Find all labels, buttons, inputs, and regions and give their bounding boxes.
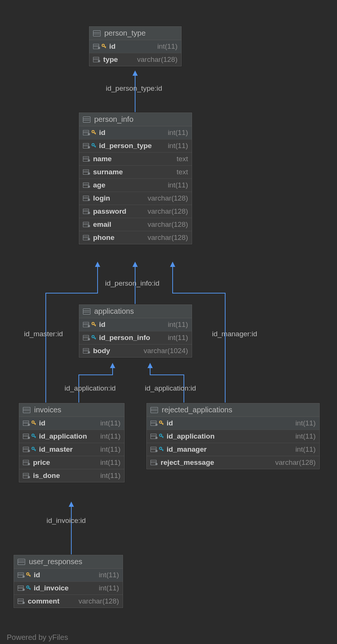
- table-header[interactable]: rejected_applications: [147, 403, 319, 417]
- column-icon: [83, 183, 90, 188]
- table-person_type[interactable]: person_typeidint(11)typevarchar(128): [89, 26, 182, 66]
- column-name: id: [99, 321, 105, 329]
- column-row[interactable]: ageint(11): [79, 178, 192, 192]
- column-row[interactable]: typevarchar(128): [89, 53, 181, 66]
- table-invoices[interactable]: invoicesidint(11)id_applicationint(11)id…: [19, 403, 125, 482]
- table-header[interactable]: user_responses: [14, 555, 123, 569]
- column-icon: [83, 209, 90, 214]
- table-rejected_applications[interactable]: rejected_applicationsidint(11)id_applica…: [146, 403, 320, 469]
- column-type: varchar(128): [147, 234, 188, 242]
- column-type: int(11): [168, 142, 188, 150]
- column-type: int(11): [168, 129, 188, 137]
- column-row[interactable]: is_doneint(11): [19, 469, 124, 482]
- column-icon: [83, 156, 90, 162]
- pk-key-icon: [92, 130, 96, 135]
- column-type: int(11): [295, 419, 316, 427]
- table-header[interactable]: person_type: [89, 27, 181, 40]
- column-row[interactable]: loginvarchar(128): [79, 192, 192, 205]
- column-icon: [93, 44, 100, 49]
- fk-key-icon: [92, 143, 96, 148]
- column-icon: [83, 348, 90, 353]
- column-type: varchar(128): [78, 597, 119, 605]
- column-icon: [23, 421, 30, 426]
- column-row[interactable]: bodyvarchar(1024): [79, 344, 192, 357]
- column-icon: [83, 222, 90, 227]
- column-type: varchar(1024): [144, 347, 188, 355]
- table-icon: [93, 30, 101, 37]
- table-applications[interactable]: applicationsidint(11)id_person_infoint(1…: [79, 304, 192, 358]
- column-icon: [83, 196, 90, 201]
- column-row[interactable]: idint(11): [89, 40, 181, 53]
- column-type: int(11): [100, 472, 120, 480]
- column-row[interactable]: reject_messagevarchar(128): [147, 456, 319, 469]
- column-name: id_application: [167, 432, 215, 440]
- column-type: int(11): [157, 42, 178, 51]
- pk-key-icon: [102, 44, 106, 49]
- column-row[interactable]: idint(11): [79, 318, 192, 331]
- column-type: int(11): [99, 571, 119, 579]
- column-row[interactable]: idint(11): [19, 417, 124, 430]
- column-row[interactable]: surnametext: [79, 165, 192, 178]
- edge-label: id_manager:id: [212, 330, 257, 338]
- column-name: is_done: [33, 472, 60, 480]
- column-name: comment: [28, 597, 59, 605]
- column-row[interactable]: id_person_typeint(11): [79, 139, 192, 152]
- column-name: id_invoice: [34, 584, 69, 592]
- column-icon: [150, 460, 158, 465]
- column-name: id_application: [39, 432, 87, 440]
- column-row[interactable]: id_person_infoint(11): [79, 331, 192, 344]
- pk-key-icon: [32, 421, 36, 426]
- table-icon: [150, 407, 158, 413]
- column-row[interactable]: id_masterint(11): [19, 443, 124, 456]
- column-row[interactable]: id_invoiceint(11): [14, 581, 123, 595]
- column-row[interactable]: priceint(11): [19, 456, 124, 469]
- column-name: type: [103, 55, 118, 64]
- column-row[interactable]: phonevarchar(128): [79, 231, 192, 244]
- column-type: varchar(128): [147, 220, 188, 229]
- column-row[interactable]: id_applicationint(11): [19, 430, 124, 443]
- column-row[interactable]: id_managerint(11): [147, 443, 319, 456]
- column-row[interactable]: nametext: [79, 152, 192, 165]
- column-icon: [18, 586, 25, 591]
- diagram-canvas[interactable]: person_typeidint(11)typevarchar(128)pers…: [0, 0, 337, 644]
- column-name: name: [93, 155, 112, 163]
- column-name: id: [34, 571, 40, 579]
- column-icon: [23, 434, 30, 439]
- column-row[interactable]: commentvarchar(128): [14, 595, 123, 608]
- column-name: id: [109, 42, 116, 51]
- column-type: int(11): [100, 432, 120, 440]
- column-row[interactable]: passwordvarchar(128): [79, 205, 192, 218]
- column-row[interactable]: idint(11): [147, 417, 319, 430]
- column-icon: [93, 57, 100, 62]
- column-name: id_person_type: [99, 142, 152, 150]
- edge-label: id_person_info:id: [105, 279, 159, 288]
- pk-key-icon: [26, 572, 31, 578]
- table-header[interactable]: applications: [79, 305, 192, 318]
- table-header[interactable]: invoices: [19, 403, 124, 417]
- table-icon: [23, 407, 30, 413]
- column-icon: [83, 322, 90, 327]
- table-user_responses[interactable]: user_responsesidint(11)id_invoiceint(11)…: [14, 555, 123, 608]
- fk-key-icon: [92, 335, 96, 340]
- fk-key-icon: [32, 434, 36, 439]
- column-row[interactable]: emailvarchar(128): [79, 218, 192, 231]
- column-name: age: [93, 181, 105, 189]
- column-type: int(11): [295, 432, 316, 440]
- column-icon: [150, 421, 158, 426]
- column-type: int(11): [168, 321, 188, 329]
- column-type: int(11): [100, 445, 120, 454]
- fk-key-icon: [32, 447, 36, 452]
- table-header[interactable]: person_info: [79, 113, 192, 126]
- table-person_info[interactable]: person_infoidint(11)id_person_typeint(11…: [79, 112, 192, 244]
- table-icon: [83, 116, 90, 123]
- column-row[interactable]: id_applicationint(11): [147, 430, 319, 443]
- column-name: body: [93, 347, 110, 355]
- column-type: text: [176, 168, 188, 176]
- edge-label: id_person_type:id: [106, 84, 162, 93]
- edge-label: id_application:id: [65, 384, 116, 392]
- column-row[interactable]: idint(11): [79, 126, 192, 139]
- column-row[interactable]: idint(11): [14, 569, 123, 581]
- column-name: id_master: [39, 445, 73, 454]
- column-icon: [83, 235, 90, 240]
- column-type: int(11): [100, 458, 120, 467]
